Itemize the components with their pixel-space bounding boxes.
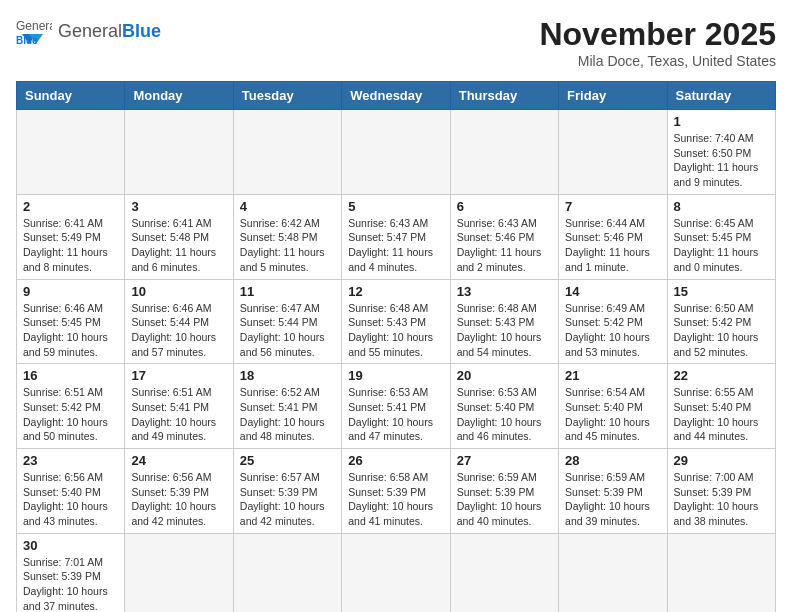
- day-info: Sunrise: 6:42 AM Sunset: 5:48 PM Dayligh…: [240, 216, 335, 275]
- day-number: 6: [457, 199, 552, 214]
- calendar-cell: 14Sunrise: 6:49 AM Sunset: 5:42 PM Dayli…: [559, 279, 667, 364]
- calendar-week-row: 1Sunrise: 7:40 AM Sunset: 6:50 PM Daylig…: [17, 110, 776, 195]
- day-info: Sunrise: 6:56 AM Sunset: 5:39 PM Dayligh…: [131, 470, 226, 529]
- day-number: 15: [674, 284, 769, 299]
- logo: General Blue GeneralBlue: [16, 16, 161, 46]
- day-info: Sunrise: 6:49 AM Sunset: 5:42 PM Dayligh…: [565, 301, 660, 360]
- day-number: 27: [457, 453, 552, 468]
- calendar-cell: 27Sunrise: 6:59 AM Sunset: 5:39 PM Dayli…: [450, 449, 558, 534]
- col-monday: Monday: [125, 82, 233, 110]
- calendar-cell: [450, 110, 558, 195]
- calendar-week-row: 16Sunrise: 6:51 AM Sunset: 5:42 PM Dayli…: [17, 364, 776, 449]
- calendar-cell: 24Sunrise: 6:56 AM Sunset: 5:39 PM Dayli…: [125, 449, 233, 534]
- calendar-cell: [342, 533, 450, 612]
- calendar-cell: 29Sunrise: 7:00 AM Sunset: 5:39 PM Dayli…: [667, 449, 775, 534]
- calendar-week-row: 23Sunrise: 6:56 AM Sunset: 5:40 PM Dayli…: [17, 449, 776, 534]
- day-info: Sunrise: 6:53 AM Sunset: 5:41 PM Dayligh…: [348, 385, 443, 444]
- day-number: 1: [674, 114, 769, 129]
- day-number: 13: [457, 284, 552, 299]
- location: Mila Doce, Texas, United States: [539, 53, 776, 69]
- calendar-cell: 28Sunrise: 6:59 AM Sunset: 5:39 PM Dayli…: [559, 449, 667, 534]
- calendar-cell: 17Sunrise: 6:51 AM Sunset: 5:41 PM Dayli…: [125, 364, 233, 449]
- col-friday: Friday: [559, 82, 667, 110]
- day-number: 8: [674, 199, 769, 214]
- calendar-cell: 30Sunrise: 7:01 AM Sunset: 5:39 PM Dayli…: [17, 533, 125, 612]
- col-thursday: Thursday: [450, 82, 558, 110]
- day-info: Sunrise: 6:41 AM Sunset: 5:49 PM Dayligh…: [23, 216, 118, 275]
- day-info: Sunrise: 6:46 AM Sunset: 5:45 PM Dayligh…: [23, 301, 118, 360]
- day-number: 18: [240, 368, 335, 383]
- calendar-cell: 4Sunrise: 6:42 AM Sunset: 5:48 PM Daylig…: [233, 194, 341, 279]
- calendar-cell: 10Sunrise: 6:46 AM Sunset: 5:44 PM Dayli…: [125, 279, 233, 364]
- calendar-cell: 22Sunrise: 6:55 AM Sunset: 5:40 PM Dayli…: [667, 364, 775, 449]
- day-info: Sunrise: 6:55 AM Sunset: 5:40 PM Dayligh…: [674, 385, 769, 444]
- svg-text:General: General: [16, 19, 52, 33]
- day-info: Sunrise: 6:51 AM Sunset: 5:41 PM Dayligh…: [131, 385, 226, 444]
- day-number: 24: [131, 453, 226, 468]
- calendar-cell: [450, 533, 558, 612]
- col-tuesday: Tuesday: [233, 82, 341, 110]
- day-info: Sunrise: 6:43 AM Sunset: 5:47 PM Dayligh…: [348, 216, 443, 275]
- calendar-cell: 7Sunrise: 6:44 AM Sunset: 5:46 PM Daylig…: [559, 194, 667, 279]
- calendar-week-row: 30Sunrise: 7:01 AM Sunset: 5:39 PM Dayli…: [17, 533, 776, 612]
- day-info: Sunrise: 6:48 AM Sunset: 5:43 PM Dayligh…: [457, 301, 552, 360]
- col-saturday: Saturday: [667, 82, 775, 110]
- calendar-cell: [233, 533, 341, 612]
- logo-text: GeneralBlue: [58, 21, 161, 42]
- day-info: Sunrise: 6:59 AM Sunset: 5:39 PM Dayligh…: [457, 470, 552, 529]
- day-info: Sunrise: 7:40 AM Sunset: 6:50 PM Dayligh…: [674, 131, 769, 190]
- day-number: 14: [565, 284, 660, 299]
- day-info: Sunrise: 6:46 AM Sunset: 5:44 PM Dayligh…: [131, 301, 226, 360]
- calendar-cell: [125, 110, 233, 195]
- day-info: Sunrise: 6:50 AM Sunset: 5:42 PM Dayligh…: [674, 301, 769, 360]
- day-number: 16: [23, 368, 118, 383]
- calendar-cell: 8Sunrise: 6:45 AM Sunset: 5:45 PM Daylig…: [667, 194, 775, 279]
- day-number: 26: [348, 453, 443, 468]
- calendar-cell: 1Sunrise: 7:40 AM Sunset: 6:50 PM Daylig…: [667, 110, 775, 195]
- day-number: 4: [240, 199, 335, 214]
- calendar-table: Sunday Monday Tuesday Wednesday Thursday…: [16, 81, 776, 612]
- col-wednesday: Wednesday: [342, 82, 450, 110]
- day-info: Sunrise: 6:51 AM Sunset: 5:42 PM Dayligh…: [23, 385, 118, 444]
- generalblue-logo-icon: General Blue: [16, 16, 52, 46]
- day-info: Sunrise: 6:43 AM Sunset: 5:46 PM Dayligh…: [457, 216, 552, 275]
- calendar-cell: [17, 110, 125, 195]
- calendar-week-row: 9Sunrise: 6:46 AM Sunset: 5:45 PM Daylig…: [17, 279, 776, 364]
- calendar-cell: 13Sunrise: 6:48 AM Sunset: 5:43 PM Dayli…: [450, 279, 558, 364]
- day-info: Sunrise: 7:01 AM Sunset: 5:39 PM Dayligh…: [23, 555, 118, 612]
- title-area: November 2025 Mila Doce, Texas, United S…: [539, 16, 776, 69]
- day-info: Sunrise: 6:53 AM Sunset: 5:40 PM Dayligh…: [457, 385, 552, 444]
- day-number: 28: [565, 453, 660, 468]
- calendar-cell: 15Sunrise: 6:50 AM Sunset: 5:42 PM Dayli…: [667, 279, 775, 364]
- header: General Blue GeneralBlue November 2025 M…: [16, 16, 776, 69]
- month-title: November 2025: [539, 16, 776, 53]
- day-info: Sunrise: 6:45 AM Sunset: 5:45 PM Dayligh…: [674, 216, 769, 275]
- day-number: 20: [457, 368, 552, 383]
- calendar-cell: [125, 533, 233, 612]
- day-info: Sunrise: 6:56 AM Sunset: 5:40 PM Dayligh…: [23, 470, 118, 529]
- logo-wordmark: GeneralBlue: [58, 21, 161, 42]
- day-number: 29: [674, 453, 769, 468]
- day-info: Sunrise: 6:44 AM Sunset: 5:46 PM Dayligh…: [565, 216, 660, 275]
- day-number: 30: [23, 538, 118, 553]
- calendar-cell: 21Sunrise: 6:54 AM Sunset: 5:40 PM Dayli…: [559, 364, 667, 449]
- day-number: 11: [240, 284, 335, 299]
- day-number: 17: [131, 368, 226, 383]
- day-info: Sunrise: 6:41 AM Sunset: 5:48 PM Dayligh…: [131, 216, 226, 275]
- day-number: 22: [674, 368, 769, 383]
- day-number: 12: [348, 284, 443, 299]
- calendar-cell: [559, 533, 667, 612]
- day-number: 25: [240, 453, 335, 468]
- calendar-cell: 11Sunrise: 6:47 AM Sunset: 5:44 PM Dayli…: [233, 279, 341, 364]
- calendar-cell: 25Sunrise: 6:57 AM Sunset: 5:39 PM Dayli…: [233, 449, 341, 534]
- calendar-week-row: 2Sunrise: 6:41 AM Sunset: 5:49 PM Daylig…: [17, 194, 776, 279]
- calendar-cell: 2Sunrise: 6:41 AM Sunset: 5:49 PM Daylig…: [17, 194, 125, 279]
- calendar-cell: 5Sunrise: 6:43 AM Sunset: 5:47 PM Daylig…: [342, 194, 450, 279]
- day-number: 7: [565, 199, 660, 214]
- day-info: Sunrise: 6:58 AM Sunset: 5:39 PM Dayligh…: [348, 470, 443, 529]
- calendar-cell: 6Sunrise: 6:43 AM Sunset: 5:46 PM Daylig…: [450, 194, 558, 279]
- calendar-cell: 23Sunrise: 6:56 AM Sunset: 5:40 PM Dayli…: [17, 449, 125, 534]
- day-number: 9: [23, 284, 118, 299]
- calendar-cell: 9Sunrise: 6:46 AM Sunset: 5:45 PM Daylig…: [17, 279, 125, 364]
- calendar-cell: 26Sunrise: 6:58 AM Sunset: 5:39 PM Dayli…: [342, 449, 450, 534]
